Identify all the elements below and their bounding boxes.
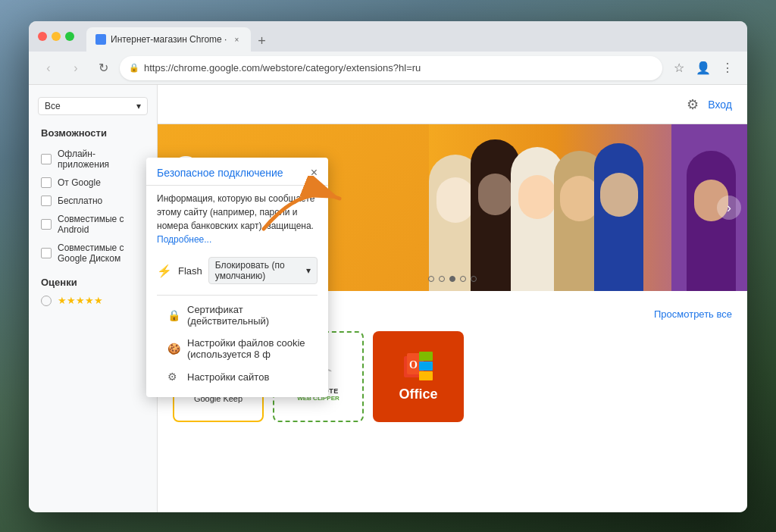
checkbox-google[interactable] <box>41 177 52 188</box>
office-icon-area: O <box>404 352 433 380</box>
office-icon: O <box>404 352 433 380</box>
sidebar-item-drive[interactable]: Совместимые с Google Диском <box>29 239 157 268</box>
lock-icon: 🔒 <box>129 63 139 73</box>
tab-label: Интернет-магазин Chrome · <box>111 34 227 45</box>
close-button[interactable] <box>38 32 47 41</box>
checkbox-offline[interactable] <box>41 154 52 164</box>
minimize-button[interactable] <box>52 32 61 41</box>
profile-button[interactable]: 👤 <box>693 58 714 79</box>
flash-label: Flash <box>178 265 202 277</box>
checkbox-android[interactable] <box>41 219 52 230</box>
sidebar-item-free[interactable]: Бесплатно <box>29 192 157 210</box>
url-text: https://chrome.google.com/webstore/categ… <box>144 62 653 74</box>
features-section-title: Возможности <box>29 121 157 142</box>
category-dropdown[interactable]: Все ▾ <box>38 97 148 115</box>
browser-window: Интернет-магазин Chrome · × + ‹ › ↻ 🔒 ht… <box>29 21 747 512</box>
settings-icon: ⚙ <box>167 371 180 383</box>
checkbox-drive[interactable] <box>41 248 52 258</box>
flash-row: ⚡ Flash Блокировать (по умолчанию) ▾ <box>157 254 318 287</box>
view-all-link[interactable]: Просмотреть все <box>654 308 732 320</box>
rating-filter[interactable]: ★★★★★ <box>29 291 157 310</box>
address-bar[interactable]: 🔒 https://chrome.google.com/webstore/cat… <box>120 56 662 80</box>
tab-close-button[interactable]: × <box>231 34 242 45</box>
hero-dot-2[interactable] <box>439 276 445 282</box>
sidebar-item-android[interactable]: Совместимые с Android <box>29 210 157 239</box>
popup-header: Безопасное подключение × <box>146 158 328 186</box>
hero-dot-5[interactable] <box>471 276 477 282</box>
nav-icons-right: ☆ 👤 ⋮ <box>668 58 738 79</box>
features-section: Офлайн-приложения От Google Бесплатно Со… <box>29 142 157 271</box>
svg-rect-3 <box>419 361 433 371</box>
sidebar: Все ▾ Возможности Офлайн-приложения От G… <box>29 85 158 512</box>
flash-icon: ⚡ <box>157 264 172 278</box>
content-area: Все ▾ Возможности Офлайн-приложения От G… <box>29 85 747 512</box>
title-bar: Интернет-магазин Chrome · × + <box>29 21 747 52</box>
popup-site-settings[interactable]: ⚙ Настройки сайтов <box>157 365 318 388</box>
popup-cookies[interactable]: 🍪 Настройки файлов cookie (используется … <box>157 332 318 365</box>
certificate-icon: 🔒 <box>167 309 180 321</box>
menu-button[interactable]: ⋮ <box>717 58 738 79</box>
popup-body: Информация, которую вы сообщаете этому с… <box>146 186 328 397</box>
hero-dots <box>428 276 477 282</box>
cookies-icon: 🍪 <box>167 343 180 355</box>
svg-rect-2 <box>419 352 433 361</box>
popup-certificate[interactable]: 🔒 Сертификат (действительный) <box>157 299 318 332</box>
hero-dot-4[interactable] <box>460 276 466 282</box>
ratings-section-title: Оценки <box>29 271 157 291</box>
refresh-button[interactable]: ↻ <box>92 58 114 79</box>
radio-rating[interactable] <box>41 296 52 306</box>
flash-dropdown[interactable]: Блокировать (по умолчанию) ▾ <box>208 257 318 284</box>
traffic-lights <box>38 32 74 41</box>
forward-button[interactable]: › <box>65 58 86 79</box>
tab-favicon <box>95 34 106 45</box>
page-header: ⚙ Вход <box>158 85 747 124</box>
checkbox-free[interactable] <box>41 196 52 206</box>
svg-text:O: O <box>409 359 418 371</box>
fullscreen-button[interactable] <box>65 32 74 41</box>
app-card-office[interactable]: O Office <box>373 331 464 422</box>
office-label: Office <box>399 386 437 402</box>
popup-title: Безопасное подключение <box>157 167 283 179</box>
svg-rect-4 <box>419 371 433 380</box>
popup-learn-more[interactable]: Подробнее... <box>157 234 211 245</box>
security-popup: Безопасное подключение × Информация, кот… <box>146 158 328 397</box>
hero-people-image <box>429 124 747 291</box>
tab-bar: Интернет-магазин Chrome · × + <box>86 21 738 52</box>
login-link[interactable]: Вход <box>708 99 732 111</box>
navigation-bar: ‹ › ↻ 🔒 https://chrome.google.com/websto… <box>29 52 747 85</box>
popup-description: Информация, которую вы сообщаете этому с… <box>157 192 318 246</box>
popup-close-button[interactable]: × <box>311 167 318 179</box>
sidebar-item-offline[interactable]: Офлайн-приложения <box>29 145 157 174</box>
hero-nav-right[interactable]: › <box>717 196 741 220</box>
settings-icon[interactable]: ⚙ <box>687 96 699 113</box>
active-tab[interactable]: Интернет-магазин Chrome · × <box>86 27 251 52</box>
popup-divider-1 <box>157 295 318 296</box>
back-button[interactable]: ‹ <box>38 58 59 79</box>
sidebar-item-google[interactable]: От Google <box>29 174 157 192</box>
bookmark-button[interactable]: ☆ <box>668 58 690 79</box>
new-tab-button[interactable]: + <box>251 30 272 52</box>
hero-dot-1[interactable] <box>428 276 434 282</box>
hero-dot-3[interactable] <box>449 276 455 282</box>
